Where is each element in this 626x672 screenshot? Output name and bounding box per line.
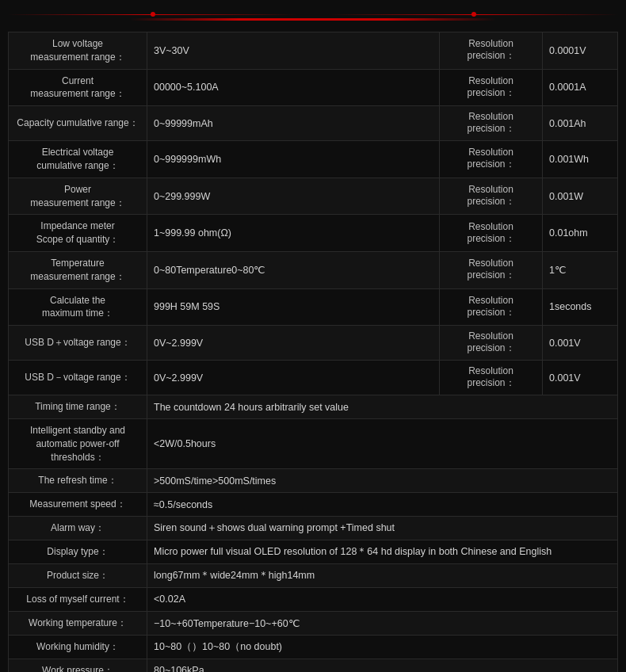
row-label: Loss of myself current： (9, 587, 147, 611)
row-value: 0V~2.999V (147, 361, 440, 395)
row-value: long67mm＊wide24mm＊high14mm (147, 563, 618, 587)
row-res-label: Resolution precision： (440, 32, 543, 70)
row-value: 1~999.99 ohm(Ω) (147, 215, 440, 252)
row-res-value: 0.01ohm (543, 215, 618, 252)
row-res-value: 0.001Ah (543, 106, 618, 141)
row-value: 999H 59M 59S (147, 288, 440, 326)
title-line-right (329, 14, 618, 15)
page-wrapper: Low voltage measurement range：3V~30VReso… (0, 0, 626, 672)
row-res-label: Resolution precision： (440, 326, 543, 361)
row-value: Micro power full visual OLED resolution … (147, 540, 618, 563)
row-label: Display type： (9, 540, 147, 563)
row-res-label: Resolution precision： (440, 178, 543, 215)
row-label: Electrical voltage cumulative range： (9, 141, 147, 178)
row-label: Capacity cumulative range： (9, 106, 147, 141)
title-line-wrap (8, 14, 618, 15)
row-label: Low voltage measurement range： (9, 32, 147, 70)
row-value: 00000~5.100A (147, 69, 440, 106)
row-value: ≈0.5/seconds (147, 493, 618, 517)
row-label: Temperature measurement range： (9, 251, 147, 288)
row-label: Working temperature： (9, 611, 147, 635)
row-res-value: 0.001Wh (543, 141, 618, 178)
row-label: Current measurement range： (9, 69, 147, 106)
row-res-label: Resolution precision： (440, 106, 543, 141)
row-label: The refresh time： (9, 469, 147, 493)
row-value: −10~+60Temperature−10~+60℃ (147, 611, 618, 635)
row-res-label: Resolution precision： (440, 69, 543, 106)
row-res-value: 0.0001A (543, 69, 618, 106)
row-value: 0~99999mAh (147, 106, 440, 141)
row-res-value: 0.001V (543, 361, 618, 395)
title-underline (130, 18, 496, 21)
row-res-label: Resolution precision： (440, 288, 543, 326)
row-value: 0V~2.999V (147, 326, 440, 361)
row-value: <0.02A (147, 587, 618, 611)
row-label: Timing time range： (9, 395, 147, 419)
row-value: 0~999999mWh (147, 141, 440, 178)
row-res-label: Resolution precision： (440, 215, 543, 252)
title-section (8, 14, 618, 21)
row-res-value: 1seconds (543, 288, 618, 326)
row-value: The countdown 24 hours arbitrarily set v… (147, 395, 618, 419)
row-res-value: 1℃ (543, 251, 618, 288)
row-value: 3V~30V (147, 32, 440, 70)
row-value: >500mS/time>500mS/times (147, 469, 618, 493)
title-line-left (8, 14, 297, 15)
params-table: Low voltage measurement range：3V~30VReso… (8, 32, 618, 672)
row-value: <2W/0.5hours (147, 418, 618, 468)
row-value: 10~80（）10~80（no doubt) (147, 635, 618, 659)
row-res-label: Resolution precision： (440, 251, 543, 288)
row-label: Intelligent standby and automatic power-… (9, 418, 147, 468)
row-res-label: Resolution precision： (440, 361, 543, 395)
row-value: Siren sound＋shows dual warning prompt +T… (147, 516, 618, 540)
row-res-value: 0.001V (543, 326, 618, 361)
row-value: 0~80Temperature0~80℃ (147, 251, 440, 288)
row-res-value: 0.0001V (543, 32, 618, 70)
row-label: Impedance meter Scope of quantity： (9, 215, 147, 252)
row-label: Calculate the maximum time： (9, 288, 147, 326)
row-label: USB D－voltage range： (9, 361, 147, 395)
row-value: 0~299.999W (147, 178, 440, 215)
row-label: Work pressure： (9, 659, 147, 672)
row-res-value: 0.001W (543, 178, 618, 215)
row-label: Alarm way： (9, 516, 147, 540)
row-value: 80~106kPa (147, 659, 618, 672)
row-label: Measurement speed： (9, 493, 147, 517)
row-label: Working humidity： (9, 635, 147, 659)
row-res-label: Resolution precision： (440, 141, 543, 178)
row-label: Power measurement range： (9, 178, 147, 215)
row-label: USB D＋voltage range： (9, 326, 147, 361)
row-label: Product size： (9, 563, 147, 587)
